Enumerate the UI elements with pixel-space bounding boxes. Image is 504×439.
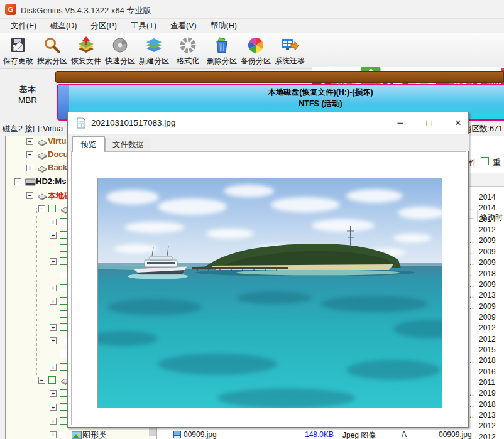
file-row-date[interactable]: 2009 [479, 280, 496, 289]
file-row-date[interactable]: 2009 [479, 302, 496, 311]
menu-item-4[interactable]: 查看(V) [163, 19, 204, 33]
file-row-date[interactable]: 2012 [479, 335, 496, 344]
expand-icon[interactable]: + [50, 418, 57, 425]
toolbar-button-删除分区[interactable]: 删除分区 [205, 35, 239, 68]
tree-checkbox[interactable] [60, 417, 67, 425]
file-row-date[interactable]: 2018 [479, 269, 496, 278]
file-row-date[interactable]: 2012 [479, 421, 496, 430]
expand-icon[interactable]: + [50, 258, 57, 265]
expand-icon[interactable]: + [50, 219, 57, 225]
file-row-date[interactable]: 2013 [479, 291, 496, 300]
maximize-button[interactable]: □ [419, 115, 440, 131]
collapse-icon[interactable]: − [14, 178, 21, 185]
tree-checkbox[interactable] [48, 205, 56, 212]
preview-area [71, 151, 466, 425]
collapse-icon[interactable]: − [38, 205, 45, 212]
window-title: DiskGenius V5.4.3.1322 x64 专业版 [21, 5, 151, 16]
disk-info-sectors: 扇区数:671 [464, 124, 503, 134]
expand-icon[interactable]: + [50, 232, 57, 239]
file-row-date[interactable]: 2011 [479, 378, 495, 387]
disk-capacity-bar[interactable] [55, 71, 504, 83]
filter-checkbox[interactable] [481, 157, 489, 165]
file-row-date[interactable]: 2018 [479, 356, 496, 365]
tree-checkbox[interactable] [60, 389, 67, 397]
toolbar-button-恢复文件[interactable]: 恢复文件 [69, 35, 103, 68]
toolbar-button-搜索分区[interactable]: 搜索分区 [35, 35, 69, 68]
file-row-date[interactable]: 2013 [479, 411, 496, 420]
toolbar-button-系统迁移[interactable]: 系统迁移 [273, 35, 307, 68]
expand-icon[interactable]: + [50, 285, 57, 291]
file-row-date[interactable]: 2009 [479, 258, 496, 267]
file-row-date[interactable]: 2015 [479, 345, 496, 354]
file-row-date[interactable]: 2012 [479, 323, 496, 332]
toolbar-button-格式化[interactable]: 格式化 [171, 35, 205, 68]
file-row-date[interactable]: 2018 [479, 400, 496, 409]
close-button[interactable]: ✕ [447, 115, 469, 131]
expand-icon[interactable]: + [50, 337, 57, 344]
collapse-icon[interactable]: − [38, 377, 45, 384]
file-row-date[interactable]: 2009 [479, 247, 496, 256]
img-icon [71, 431, 82, 439]
expand-icon[interactable]: + [26, 151, 33, 158]
expand-icon[interactable]: + [50, 390, 57, 397]
expand-icon[interactable]: + [50, 298, 57, 305]
column-divider[interactable] [477, 210, 478, 222]
tree-checkbox[interactable] [60, 231, 67, 239]
tree-item[interactable]: +图形类 [6, 430, 156, 439]
file-row-date[interactable]: 2014 [479, 203, 496, 212]
tab-file-data[interactable]: 文件数据 [105, 138, 151, 151]
tree-checkbox[interactable] [60, 323, 67, 331]
expand-icon[interactable]: + [26, 165, 33, 171]
filter-label-fragment: 件 [469, 158, 477, 168]
file-row-date[interactable]: 2014 [479, 215, 496, 224]
menu-item-1[interactable]: 磁盘(D) [43, 19, 84, 33]
file-type: Jpeg 图像 [342, 430, 376, 439]
file-row-date[interactable]: 2014 [479, 193, 496, 202]
file-row-date[interactable]: 2016 [479, 367, 496, 376]
filter-checkbox-label: 重 [493, 158, 501, 168]
collapse-icon[interactable]: − [26, 192, 33, 199]
expand-icon[interactable]: + [50, 324, 57, 331]
tree-checkbox[interactable] [60, 337, 67, 344]
expand-icon[interactable]: + [50, 431, 57, 438]
tree-checkbox[interactable] [60, 403, 67, 411]
expand-icon[interactable]: + [50, 404, 57, 411]
file-row-date[interactable]: 2009 [479, 236, 496, 245]
menu-item-0[interactable]: 文件(F) [4, 19, 43, 33]
tree-checkbox[interactable] [60, 363, 67, 371]
menu-item-3[interactable]: 工具(T) [124, 19, 163, 33]
file-row-00909[interactable]: 00909.jpg 148.0KB Jpeg 图像 A 00909.jpg [157, 430, 504, 439]
tree-checkbox[interactable] [60, 218, 67, 225]
expand-icon[interactable]: + [50, 364, 57, 371]
toolbar-button-备份分区[interactable]: 备份分区 [239, 35, 273, 68]
tree-checkbox[interactable] [60, 271, 67, 278]
tree-checkbox[interactable] [60, 297, 67, 305]
tree-checkbox[interactable] [60, 244, 67, 252]
toolbar-button-新建分区[interactable]: 新建分区 [137, 35, 171, 68]
tree-checkbox[interactable] [60, 431, 67, 438]
tree-checkbox[interactable] [60, 284, 67, 291]
file-row-date[interactable]: 2012 [479, 225, 496, 234]
tree-checkbox[interactable] [60, 257, 67, 265]
tree-checkbox[interactable] [48, 376, 56, 384]
expand-icon[interactable]: + [26, 138, 33, 145]
file-attr: A [402, 430, 407, 439]
file-row-date[interactable]: 2009 [479, 313, 496, 322]
menu-item-2[interactable]: 分区(P) [84, 19, 124, 33]
toolbar-label: 快速分区 [105, 56, 135, 67]
toolbar-button-快速分区[interactable]: 快速分区 [103, 35, 137, 68]
toolbar-button-保存更改[interactable]: 保存更改 [1, 35, 35, 68]
window-titlebar: G DiskGenius V5.4.3.1322 x64 专业版 [0, 0, 504, 19]
toolbar-label: 格式化 [177, 56, 199, 67]
tree-checkbox[interactable] [60, 350, 67, 357]
file-checkbox[interactable] [160, 431, 167, 438]
file-row-date[interactable]: 2019 [479, 389, 496, 398]
menu-bar: 文件(F)磁盘(D)分区(P)工具(T)查看(V)帮助(H) [0, 19, 504, 33]
minimize-button[interactable]: ─ [390, 115, 411, 131]
tab-preview[interactable]: 预览 [72, 136, 105, 152]
tree-checkbox[interactable] [60, 310, 67, 318]
dialog-titlebar[interactable]: 202103101517083.jpg ─ □ ✕ [68, 112, 468, 134]
menu-item-5[interactable]: 帮助(H) [204, 19, 244, 33]
partition-style-label: 基本 [0, 84, 55, 95]
hdd-icon [25, 178, 36, 187]
